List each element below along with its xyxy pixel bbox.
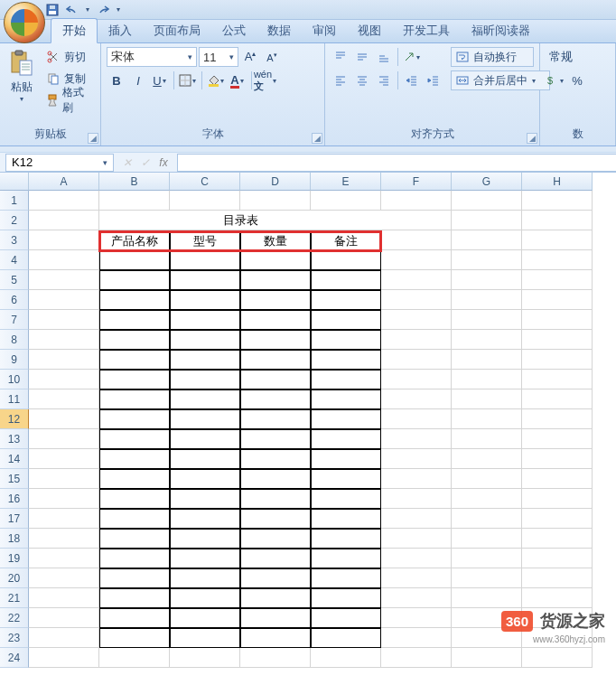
cell[interactable]	[381, 429, 452, 449]
cell[interactable]	[240, 330, 311, 350]
orientation-button[interactable]: ▾	[402, 47, 422, 67]
cell[interactable]	[452, 389, 522, 409]
cell[interactable]	[240, 290, 311, 310]
cell[interactable]: 目录表	[99, 211, 381, 230]
cell[interactable]	[99, 389, 170, 409]
cell[interactable]	[240, 549, 311, 568]
cell[interactable]	[29, 330, 99, 350]
cell[interactable]	[170, 449, 240, 469]
cell[interactable]	[381, 230, 452, 250]
cell[interactable]	[311, 648, 381, 668]
col-header-A[interactable]: A	[29, 173, 99, 191]
col-header-H[interactable]: H	[522, 173, 593, 191]
cell[interactable]: 备注	[311, 230, 381, 250]
cell[interactable]	[240, 429, 311, 449]
cell[interactable]	[29, 230, 99, 250]
cell[interactable]	[381, 310, 452, 330]
cell[interactable]	[522, 389, 593, 409]
cell[interactable]	[240, 648, 311, 668]
tab-insert[interactable]: 插入	[98, 19, 143, 42]
cell[interactable]	[381, 509, 452, 529]
cell[interactable]	[99, 529, 170, 549]
cell[interactable]	[452, 409, 522, 429]
spreadsheet-grid[interactable]: A B C D E F G H 12目录表3产品名称型号数量备注45678910…	[0, 173, 616, 668]
row-header[interactable]: 8	[0, 330, 29, 350]
cell[interactable]	[381, 409, 452, 429]
cell[interactable]	[311, 270, 381, 290]
cell[interactable]	[99, 191, 170, 211]
cell[interactable]	[452, 250, 522, 270]
cell[interactable]	[170, 330, 240, 350]
cell[interactable]	[240, 568, 311, 588]
cell[interactable]	[240, 310, 311, 330]
row-header[interactable]: 4	[0, 250, 29, 270]
cell[interactable]	[240, 449, 311, 469]
cell[interactable]	[381, 549, 452, 568]
cell[interactable]	[452, 529, 522, 549]
row-header[interactable]: 16	[0, 489, 29, 509]
col-header-E[interactable]: E	[311, 173, 381, 191]
cell[interactable]	[170, 370, 240, 389]
cell[interactable]	[99, 409, 170, 429]
row-header[interactable]: 9	[0, 350, 29, 370]
cell[interactable]	[170, 270, 240, 290]
cell[interactable]	[170, 549, 240, 568]
cell[interactable]	[452, 509, 522, 529]
paste-button[interactable]: 粘贴 ▾	[5, 47, 39, 125]
cell[interactable]	[522, 648, 593, 668]
font-color-button[interactable]: A▾	[228, 70, 247, 90]
cell[interactable]	[311, 350, 381, 370]
cell[interactable]	[170, 290, 240, 310]
grow-font-button[interactable]: A▴	[240, 47, 260, 67]
cell[interactable]	[381, 648, 452, 668]
cell[interactable]	[240, 469, 311, 489]
cell[interactable]	[522, 250, 593, 270]
cell[interactable]	[240, 270, 311, 290]
row-header[interactable]: 5	[0, 270, 29, 290]
italic-button[interactable]: I	[128, 70, 148, 90]
cell[interactable]	[240, 588, 311, 608]
cell[interactable]	[170, 509, 240, 529]
cell[interactable]	[522, 330, 593, 350]
cell[interactable]	[170, 469, 240, 489]
cell[interactable]	[240, 608, 311, 628]
tab-review[interactable]: 审阅	[302, 19, 347, 42]
cell[interactable]	[240, 250, 311, 270]
cell[interactable]	[170, 429, 240, 449]
align-left-button[interactable]	[331, 70, 350, 90]
cell[interactable]	[29, 568, 99, 588]
cell[interactable]	[99, 549, 170, 568]
redo-icon[interactable]	[96, 3, 110, 17]
cell[interactable]	[381, 350, 452, 370]
cell[interactable]	[311, 330, 381, 350]
cell[interactable]	[522, 290, 593, 310]
cell[interactable]	[240, 191, 311, 211]
row-header[interactable]: 2	[0, 211, 29, 230]
cell[interactable]	[452, 549, 522, 568]
cell[interactable]	[170, 529, 240, 549]
font-name-combo[interactable]: 宋体 ▾	[107, 47, 197, 67]
cell[interactable]	[381, 469, 452, 489]
cell[interactable]	[311, 389, 381, 409]
cell[interactable]	[29, 469, 99, 489]
fill-color-button[interactable]: ▾	[206, 70, 226, 90]
cell[interactable]	[522, 409, 593, 429]
cell[interactable]	[29, 290, 99, 310]
align-middle-button[interactable]	[352, 47, 372, 67]
row-header[interactable]: 1	[0, 191, 29, 211]
tab-foxit[interactable]: 福昕阅读器	[461, 19, 541, 42]
cell[interactable]	[522, 270, 593, 290]
row-header[interactable]: 21	[0, 588, 29, 608]
row-header[interactable]: 15	[0, 469, 29, 489]
cell[interactable]	[311, 568, 381, 588]
cell[interactable]	[170, 310, 240, 330]
cell[interactable]	[381, 330, 452, 350]
cell[interactable]	[311, 370, 381, 389]
office-button[interactable]	[4, 2, 45, 43]
cell[interactable]	[99, 628, 170, 648]
cell[interactable]	[99, 250, 170, 270]
align-top-button[interactable]	[331, 47, 350, 67]
col-header-G[interactable]: G	[452, 173, 522, 191]
cell[interactable]	[99, 290, 170, 310]
cell[interactable]	[311, 191, 381, 211]
